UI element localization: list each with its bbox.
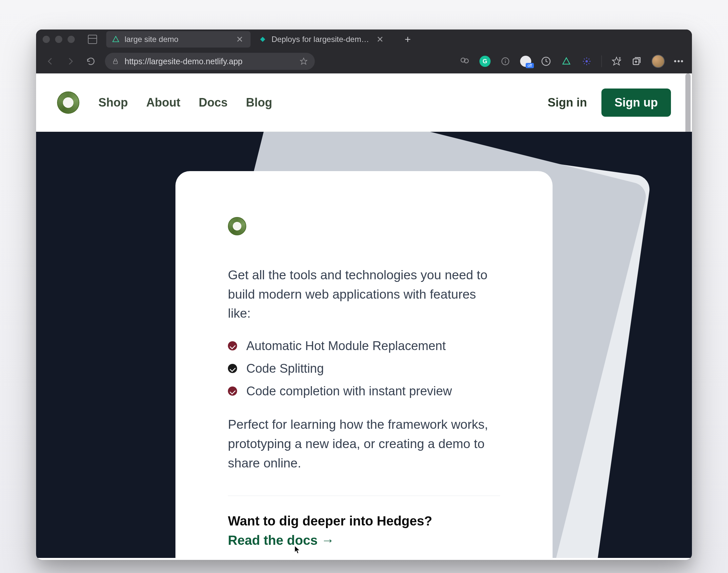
site-header: Shop About Docs Blog Sign in Sign up — [36, 73, 692, 132]
svg-rect-6 — [505, 61, 506, 63]
browser-tab[interactable]: large site demo ✕ — [106, 31, 250, 48]
site-nav: Shop About Docs Blog — [98, 96, 272, 109]
forward-button[interactable] — [64, 55, 77, 67]
cta-heading: Want to dig deeper into Hedges? — [228, 514, 500, 528]
extension-icon[interactable] — [459, 56, 470, 67]
nav-link-blog[interactable]: Blog — [246, 96, 272, 109]
content-viewport: Shop About Docs Blog Sign in Sign up — [36, 73, 692, 560]
extension-icon[interactable]: off — [520, 56, 531, 67]
divider — [228, 496, 500, 496]
extension-icon[interactable] — [500, 56, 511, 67]
svg-point-5 — [505, 59, 506, 60]
extension-icon[interactable] — [581, 56, 592, 67]
tab-title: large site demo — [125, 35, 230, 44]
svg-line-16 — [589, 59, 589, 59]
logo-icon — [57, 92, 79, 114]
signin-link[interactable]: Sign in — [548, 96, 587, 109]
svg-rect-1 — [113, 61, 117, 64]
new-tab-button[interactable]: + — [400, 34, 416, 46]
favorites-button[interactable] — [611, 56, 622, 67]
browser-tab[interactable]: Deploys for largesite-demo | N ✕ — [253, 31, 397, 48]
feature-text: Automatic Hot Module Replacement — [246, 339, 446, 353]
extension-icons: G off ••• — [459, 55, 684, 68]
hero-card: Get all the tools and technologies you n… — [176, 171, 552, 558]
close-window-button[interactable] — [43, 36, 50, 43]
feature-list: Automatic Hot Module Replacement Code Sp… — [228, 339, 500, 398]
check-icon — [228, 364, 237, 373]
extension-icon[interactable] — [561, 56, 572, 67]
extension-icon[interactable] — [540, 56, 551, 67]
traffic-lights — [41, 36, 79, 43]
back-button[interactable] — [44, 55, 56, 67]
url-box[interactable]: https://largesite-demo.netlify.app — [105, 53, 315, 70]
read-docs-link[interactable]: Read the docs → — [228, 533, 335, 548]
nav-link-shop[interactable]: Shop — [98, 96, 128, 109]
tab-close-button[interactable]: ✕ — [375, 35, 385, 45]
page-content: Shop About Docs Blog Sign in Sign up — [36, 73, 692, 560]
feature-text: Code completion with instant preview — [246, 384, 452, 398]
divider — [601, 55, 602, 67]
profile-avatar[interactable] — [651, 55, 665, 68]
feature-text: Code Splitting — [246, 362, 324, 376]
tab-favicon — [112, 36, 119, 43]
address-bar: https://largesite-demo.netlify.app G off… — [36, 49, 692, 73]
maximize-window-button[interactable] — [67, 36, 75, 43]
collections-button[interactable] — [631, 56, 642, 67]
star-icon[interactable] — [300, 57, 307, 65]
svg-line-15 — [584, 63, 585, 64]
tab-close-button[interactable]: ✕ — [235, 35, 245, 45]
card-logo-icon — [228, 217, 246, 236]
svg-line-14 — [589, 63, 589, 64]
check-icon — [228, 341, 237, 351]
hero-description: Perfect for learning how the framework w… — [228, 415, 500, 473]
tab-title: Deploys for largesite-demo | N — [272, 35, 370, 44]
feature-item: Automatic Hot Module Replacement — [228, 339, 500, 353]
nav-link-about[interactable]: About — [146, 96, 180, 109]
svg-point-8 — [585, 60, 588, 63]
site-logo[interactable] — [57, 92, 79, 114]
signup-button[interactable]: Sign up — [601, 89, 671, 117]
svg-line-13 — [584, 59, 585, 59]
more-button[interactable]: ••• — [674, 57, 684, 66]
nav-link-docs[interactable]: Docs — [199, 96, 228, 109]
extension-icon[interactable]: G — [479, 56, 491, 67]
tab-bar: large site demo ✕ Deploys for largesite-… — [36, 30, 692, 49]
hero-intro: Get all the tools and technologies you n… — [228, 265, 500, 323]
reload-button[interactable] — [85, 55, 97, 67]
minimize-window-button[interactable] — [55, 36, 62, 43]
svg-rect-0 — [260, 37, 265, 42]
browser-window: large site demo ✕ Deploys for largesite-… — [36, 30, 692, 560]
tab-favicon — [259, 36, 266, 43]
hero-section: Get all the tools and technologies you n… — [36, 132, 692, 558]
feature-item: Code Splitting — [228, 362, 500, 376]
feature-item: Code completion with instant preview — [228, 384, 500, 398]
check-icon — [228, 386, 237, 396]
sidebar-toggle-icon[interactable] — [88, 35, 97, 44]
url-text: https://largesite-demo.netlify.app — [125, 57, 294, 66]
header-right: Sign in Sign up — [548, 89, 671, 117]
lock-icon — [112, 58, 119, 64]
extension-badge: off — [526, 63, 534, 68]
